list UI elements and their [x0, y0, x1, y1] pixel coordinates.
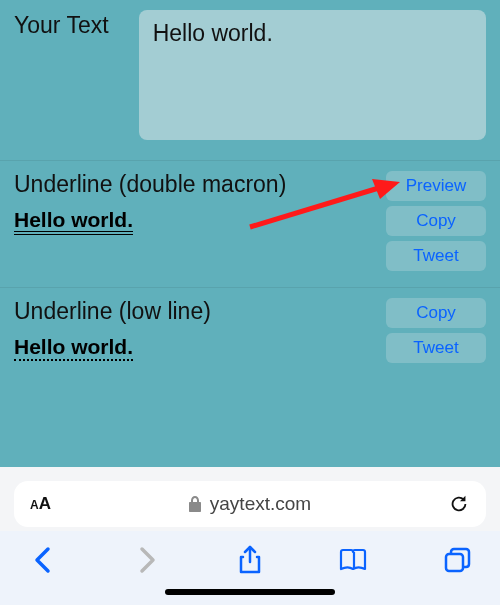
- input-section: Your Text: [0, 0, 500, 160]
- preview-button[interactable]: Preview: [386, 171, 486, 201]
- address-bar[interactable]: AA yaytext.com: [14, 481, 486, 527]
- lock-icon: [188, 496, 202, 512]
- tweet-button[interactable]: Tweet: [386, 241, 486, 271]
- text-input[interactable]: [139, 10, 486, 140]
- button-column: Copy Tweet: [386, 298, 486, 363]
- tweet-button[interactable]: Tweet: [386, 333, 486, 363]
- url-display: yaytext.com: [188, 493, 311, 515]
- page-content: Your Text Underline (double macron) Hell…: [0, 0, 500, 467]
- style-title: Underline (low line): [14, 298, 211, 325]
- address-bar-area: AA yaytext.com: [0, 467, 500, 531]
- style-output: Hello world.: [14, 335, 211, 361]
- output-text: Hello world.: [14, 336, 133, 361]
- home-indicator: [0, 585, 500, 605]
- output-text: Hello world.: [14, 209, 133, 235]
- style-low-line: Underline (low line) Hello world. Copy T…: [0, 287, 500, 379]
- button-column: Preview Copy Tweet: [386, 171, 486, 271]
- forward-button: [130, 543, 164, 577]
- bookmarks-button[interactable]: [337, 543, 371, 577]
- copy-button[interactable]: Copy: [386, 206, 486, 236]
- your-text-label: Your Text: [14, 10, 109, 140]
- svg-rect-2: [446, 554, 463, 571]
- browser-toolbar: [0, 531, 500, 585]
- back-button[interactable]: [26, 543, 60, 577]
- share-button[interactable]: [233, 543, 267, 577]
- copy-button[interactable]: Copy: [386, 298, 486, 328]
- style-double-macron: Underline (double macron) Hello world. P…: [0, 160, 500, 287]
- reload-button[interactable]: [448, 493, 470, 515]
- style-output: Hello world.: [14, 208, 286, 235]
- style-title: Underline (double macron): [14, 171, 286, 198]
- tabs-button[interactable]: [440, 543, 474, 577]
- text-size-button[interactable]: AA: [30, 494, 51, 514]
- domain-text: yaytext.com: [210, 493, 311, 515]
